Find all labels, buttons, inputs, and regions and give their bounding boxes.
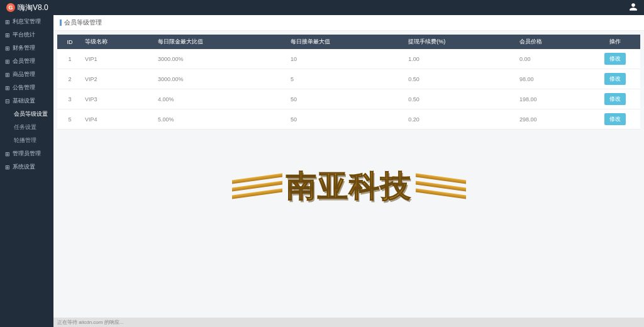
- sidebar-item-label: 公告管理: [13, 84, 35, 92]
- edit-button[interactable]: 修改: [604, 73, 626, 85]
- cell-id: 5: [57, 109, 82, 130]
- cell-name: VIP2: [82, 69, 155, 89]
- plus-icon: ⊞: [5, 85, 10, 91]
- sidebar-item-finance[interactable]: ⊞财务管理: [0, 42, 53, 55]
- cell-ratio: 5.00%: [155, 109, 288, 130]
- sidebar: ⊞利息宝管理 ⊞平台统计 ⊞财务管理 ⊞会员管理 ⊞商品管理 ⊞公告管理 ⊟基础…: [0, 15, 53, 327]
- cell-fee: 0.50: [406, 89, 517, 109]
- th-name: 等级名称: [82, 35, 155, 49]
- level-table: ID 等级名称 每日限金最大比值 每日接单最大值 提现手续费(%) 会员价格 操…: [57, 35, 640, 130]
- breadcrumb: 会员等级管理: [53, 15, 644, 31]
- cell-id: 3: [57, 89, 82, 109]
- sidebar-item-basic[interactable]: ⊟基础设置: [0, 94, 53, 108]
- cell-id: 1: [57, 49, 82, 69]
- user-menu[interactable]: [629, 3, 638, 13]
- th-price: 会员价格: [517, 35, 590, 49]
- sidebar-item-label: 利息宝管理: [13, 18, 41, 26]
- cell-price: 0.00: [517, 49, 590, 69]
- sidebar-item-members[interactable]: ⊞会员管理: [0, 55, 53, 68]
- plus-icon: ⊞: [5, 164, 10, 170]
- sidebar-item-products[interactable]: ⊞商品管理: [0, 68, 53, 81]
- cell-price: 298.00: [517, 109, 590, 130]
- sidebar-item-admins[interactable]: ⊞管理员管理: [0, 147, 53, 160]
- wing-right-icon: [416, 167, 466, 205]
- plus-icon: ⊞: [5, 19, 10, 25]
- th-ratio: 每日限金最大比值: [155, 35, 288, 49]
- plus-icon: ⊞: [5, 58, 10, 65]
- plus-icon: ⊞: [5, 151, 10, 157]
- cell-name: VIP1: [82, 49, 155, 69]
- cell-max: 50: [288, 89, 406, 109]
- edit-button[interactable]: 修改: [604, 93, 626, 105]
- cell-fee: 0.20: [406, 109, 517, 130]
- th-id: ID: [57, 35, 82, 49]
- cell-name: VIP3: [82, 89, 155, 109]
- table-row: 5VIP45.00%500.20298.00修改: [57, 109, 640, 130]
- plus-icon: ⊞: [5, 45, 10, 52]
- cell-max: 10: [288, 49, 406, 69]
- sidebar-item-interest[interactable]: ⊞利息宝管理: [0, 15, 53, 28]
- user-icon: [629, 3, 638, 11]
- minus-icon: ⊟: [5, 98, 10, 104]
- cell-name: VIP4: [82, 109, 155, 130]
- status-bar: 正在等待 alicdn.com 的响应...: [53, 318, 644, 327]
- cell-id: 2: [57, 69, 82, 89]
- cell-fee: 1.00: [406, 49, 517, 69]
- watermark: 南亚科技: [232, 166, 466, 206]
- sidebar-item-label: 财务管理: [13, 44, 35, 52]
- topbar: G 嗨淘V8.0: [0, 0, 644, 15]
- cell-price: 98.00: [517, 69, 590, 89]
- sidebar-item-label: 会员管理: [13, 57, 35, 65]
- cell-max: 50: [288, 109, 406, 130]
- sidebar-item-label: 商品管理: [13, 70, 35, 79]
- edit-button[interactable]: 修改: [604, 53, 626, 65]
- cell-price: 198.00: [517, 89, 590, 109]
- logo-icon: G: [6, 3, 15, 12]
- cell-ratio: 3000.00%: [155, 69, 288, 89]
- cell-fee: 0.50: [406, 69, 517, 89]
- cell-ratio: 3000.00%: [155, 49, 288, 69]
- sidebar-item-label: 平台统计: [13, 31, 35, 39]
- sidebar-item-stats[interactable]: ⊞平台统计: [0, 28, 53, 42]
- sidebar-item-notice[interactable]: ⊞公告管理: [0, 81, 53, 94]
- table-row: 2VIP23000.00%50.5098.00修改: [57, 69, 640, 89]
- cell-ratio: 4.00%: [155, 89, 288, 109]
- table-row: 1VIP13000.00%101.000.00修改: [57, 49, 640, 69]
- sidebar-sub-banner[interactable]: 轮播管理: [11, 134, 53, 147]
- brand: G 嗨淘V8.0: [6, 3, 48, 13]
- th-action: 操作: [590, 35, 640, 49]
- main-area: 会员等级管理 ID 等级名称 每日限金最大比值 每日接单最大值 提现手续费(%)…: [53, 15, 644, 327]
- brand-text: 嗨淘V8.0: [18, 3, 48, 13]
- plus-icon: ⊞: [5, 32, 10, 38]
- th-max: 每日接单最大值: [288, 35, 406, 49]
- sidebar-sub-level[interactable]: 会员等级设置: [11, 108, 53, 121]
- cell-max: 5: [288, 69, 406, 89]
- sidebar-sub-task[interactable]: 任务设置: [11, 121, 53, 134]
- sidebar-item-label: 系统设置: [13, 163, 35, 171]
- table-row: 3VIP34.00%500.50198.00修改: [57, 89, 640, 109]
- th-fee: 提现手续费(%): [406, 35, 517, 49]
- edit-button[interactable]: 修改: [604, 113, 626, 125]
- crumb-bar-icon: [60, 19, 62, 26]
- sidebar-item-label: 基础设置: [13, 97, 35, 105]
- page-title: 会员等级管理: [64, 18, 102, 27]
- watermark-text: 南亚科技: [282, 166, 416, 206]
- sidebar-subs: 会员等级设置 任务设置 轮播管理: [0, 108, 53, 147]
- sidebar-item-system[interactable]: ⊞系统设置: [0, 160, 53, 174]
- table-container: ID 等级名称 每日限金最大比值 每日接单最大值 提现手续费(%) 会员价格 操…: [57, 35, 640, 130]
- sidebar-item-label: 管理员管理: [13, 150, 41, 158]
- wing-left-icon: [232, 167, 282, 205]
- plus-icon: ⊞: [5, 72, 10, 78]
